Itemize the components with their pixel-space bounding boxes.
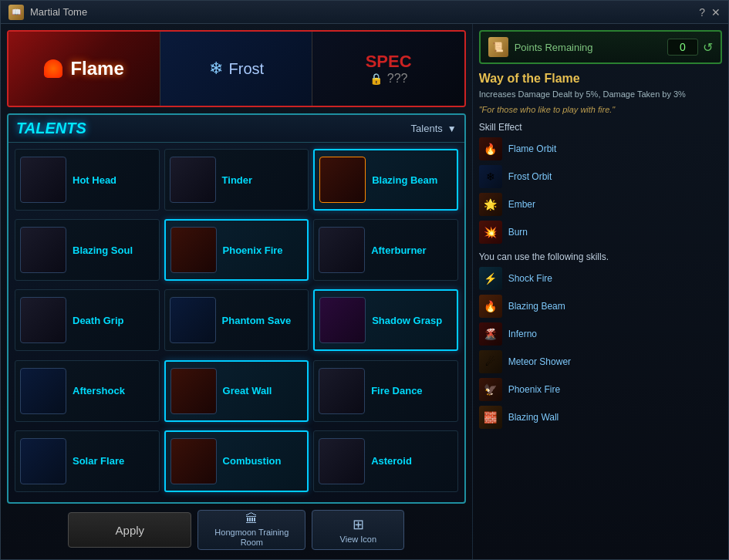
flame-orbit-name: Flame Orbit xyxy=(508,143,557,154)
talent-grid: Hot Head Tinder Blazing Beam Blazing Sou… xyxy=(8,143,464,502)
shock-fire-icon: ⚡ xyxy=(479,267,502,290)
great-wall-label: Great Wall xyxy=(223,385,272,396)
talent-hot-head[interactable]: Hot Head xyxy=(15,149,160,211)
apply-button[interactable]: Apply xyxy=(68,512,191,548)
skill-shock-fire: ⚡ Shock Fire xyxy=(479,267,722,290)
help-button[interactable]: ? xyxy=(699,6,705,19)
afterburner-icon xyxy=(319,227,365,273)
skill-effect-label: Skill Effect xyxy=(479,122,722,133)
talent-blazing-soul[interactable]: Blazing Soul xyxy=(15,219,160,281)
shadow-grasp-label: Shadow Grasp xyxy=(372,315,442,326)
flame-orbit-icon: 🔥 xyxy=(479,137,502,160)
tinder-label: Tinder xyxy=(222,174,253,186)
talents-section: TALENTS Talents ▼ Hot Head Tinder xyxy=(7,113,466,504)
meteor-shower-name: Meteor Shower xyxy=(508,356,571,367)
titlebar: 📖 Martial Tome ? ✕ xyxy=(1,1,728,24)
talent-combustion[interactable]: Combustion xyxy=(164,430,309,492)
talent-shadow-grasp[interactable]: Shadow Grasp xyxy=(313,289,458,351)
flame-icon xyxy=(44,59,62,78)
tab-spec-sublabel: 🔒 ??? xyxy=(370,72,408,86)
effect-frost-orbit: ❄ Frost Orbit xyxy=(479,165,722,188)
lock-icon: 🔒 xyxy=(370,73,383,85)
talent-tinder[interactable]: Tinder xyxy=(164,149,309,211)
aftershock-icon xyxy=(20,368,66,414)
talent-asteroid[interactable]: Asteroid xyxy=(313,430,458,492)
blazing-beam-label: Blazing Beam xyxy=(372,174,437,186)
meteor-shower-icon: ☄ xyxy=(479,350,502,373)
phoenix-fire-skill-name: Phoenix Fire xyxy=(508,384,560,395)
asteroid-icon xyxy=(319,438,365,484)
burn-name: Burn xyxy=(508,227,528,238)
tab-frost[interactable]: ❄ Frost xyxy=(160,32,312,106)
tinder-icon xyxy=(170,157,216,203)
hot-head-label: Hot Head xyxy=(73,174,116,186)
content-area: Flame ❄ Frost SPEC 🔒 ??? TALENTS xyxy=(1,24,728,559)
tab-spec-label: SPEC xyxy=(366,52,412,72)
frost-icon: ❄ xyxy=(209,59,223,79)
tab-spec[interactable]: SPEC 🔒 ??? xyxy=(312,32,464,106)
asteroid-label: Asteroid xyxy=(371,455,412,467)
reset-button[interactable]: ↺ xyxy=(703,40,713,55)
left-panel: Flame ❄ Frost SPEC 🔒 ??? TALENTS xyxy=(1,24,472,559)
talent-great-wall[interactable]: Great Wall xyxy=(164,360,309,422)
points-bar: 📜 Points Remaining 0 ↺ xyxy=(479,30,722,64)
combustion-icon xyxy=(170,438,217,484)
points-icon: 📜 xyxy=(488,37,508,57)
talent-solar-flare[interactable]: Solar Flare xyxy=(15,430,160,492)
chevron-down-icon[interactable]: ▼ xyxy=(447,123,457,134)
view-icon-button[interactable]: ⊞ View Icon xyxy=(312,510,404,550)
talents-header: TALENTS Talents ▼ xyxy=(8,115,464,143)
solar-flare-label: Solar Flare xyxy=(73,455,124,467)
talent-phoenix-fire[interactable]: Phoenix Fire xyxy=(164,219,309,281)
main-window: 📖 Martial Tome ? ✕ Flame ❄ Frost SPEC xyxy=(0,0,729,560)
skill-blazing-wall: 🧱 Blazing Wall xyxy=(479,406,722,429)
talent-death-grip[interactable]: Death Grip xyxy=(15,289,160,351)
blazing-wall-icon: 🧱 xyxy=(479,406,502,429)
skill-info: Way of the Flame Increases Damage Dealt … xyxy=(479,72,722,553)
training-label: Hongmoon TrainingRoom xyxy=(214,528,289,548)
window-icon: 📖 xyxy=(8,5,24,20)
talent-afterburner[interactable]: Afterburner xyxy=(313,219,458,281)
phantom-save-icon xyxy=(170,297,216,343)
inferno-name: Inferno xyxy=(508,329,537,339)
tab-frost-label: Frost xyxy=(229,60,265,78)
phoenix-fire-icon xyxy=(170,227,217,273)
view-label: View Icon xyxy=(340,535,377,544)
talents-dropdown-label[interactable]: Talents xyxy=(411,123,443,134)
burn-icon: 💥 xyxy=(479,221,502,244)
blazing-beam-skill-name: Blazing Beam xyxy=(508,301,565,312)
skill-title: Way of the Flame xyxy=(479,72,722,86)
skills-list-label: You can use the following skills. xyxy=(479,251,722,262)
blazing-beam-icon xyxy=(319,157,366,203)
ember-name: Ember xyxy=(508,199,535,210)
solar-flare-icon xyxy=(20,438,66,484)
effect-flame-orbit: 🔥 Flame Orbit xyxy=(479,137,722,160)
ember-icon: 🌟 xyxy=(479,193,502,216)
great-wall-icon xyxy=(170,368,217,414)
titlebar-controls: ? ✕ xyxy=(699,6,721,19)
fire-dance-icon xyxy=(319,368,365,414)
training-icon: 🏛 xyxy=(245,512,258,526)
view-icon: ⊞ xyxy=(353,516,364,533)
talent-fire-dance[interactable]: Fire Dance xyxy=(313,360,458,422)
tab-flame[interactable]: Flame xyxy=(8,32,160,106)
right-panel: 📜 Points Remaining 0 ↺ Way of the Flame … xyxy=(472,24,728,559)
frost-orbit-name: Frost Orbit xyxy=(508,171,552,182)
combustion-label: Combustion xyxy=(223,455,282,467)
blazing-soul-label: Blazing Soul xyxy=(73,245,133,256)
bottom-bar: Apply 🏛 Hongmoon TrainingRoom ⊞ View Ico… xyxy=(7,507,466,553)
phoenix-fire-skill-icon: 🦅 xyxy=(479,378,502,401)
talents-title: TALENTS xyxy=(16,120,86,137)
talent-aftershock[interactable]: Aftershock xyxy=(15,360,160,422)
talent-blazing-beam[interactable]: Blazing Beam xyxy=(313,149,458,211)
death-grip-icon xyxy=(20,297,66,343)
close-button[interactable]: ✕ xyxy=(711,6,721,19)
points-label: Points Remaining xyxy=(515,42,667,53)
skill-inferno: 🌋 Inferno xyxy=(479,322,722,346)
training-room-button[interactable]: 🏛 Hongmoon TrainingRoom xyxy=(197,510,305,550)
talent-phantom-save[interactable]: Phantom Save xyxy=(164,289,309,351)
tab-spec-question: ??? xyxy=(387,72,408,86)
inferno-icon: 🌋 xyxy=(479,322,502,346)
skill-phoenix-fire: 🦅 Phoenix Fire xyxy=(479,378,722,401)
frost-orbit-icon: ❄ xyxy=(479,165,502,188)
